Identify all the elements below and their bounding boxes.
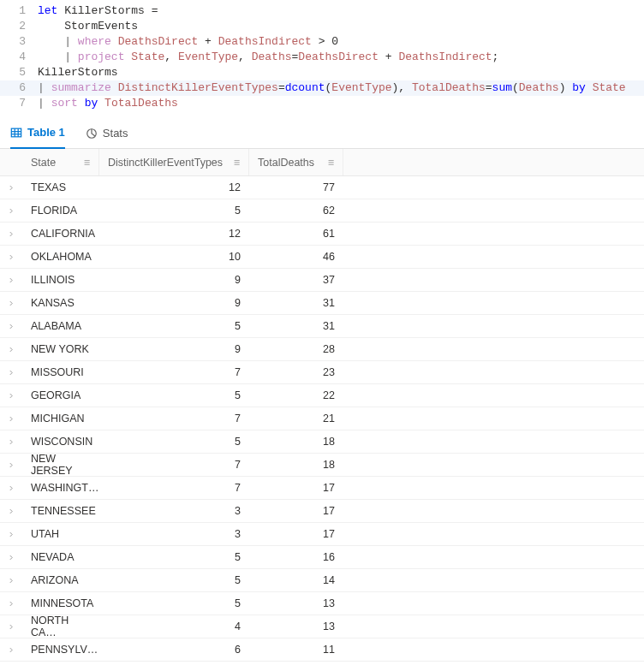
cell-state: UTAH bbox=[22, 523, 99, 545]
expand-row-icon[interactable] bbox=[0, 223, 22, 245]
expand-row-icon[interactable] bbox=[0, 315, 22, 337]
table-row[interactable]: CALIFORNIA1261 bbox=[0, 223, 644, 246]
editor-line[interactable]: 6| summarize DistinctKillerEventTypes=dc… bbox=[0, 80, 644, 96]
table-row[interactable]: KANSAS931 bbox=[0, 292, 644, 315]
cell-dket: 5 bbox=[99, 546, 249, 568]
editor-line[interactable]: 3 | where DeathsDirect + DeathsIndirect … bbox=[0, 34, 644, 50]
expand-row-icon[interactable] bbox=[0, 546, 22, 568]
tab-stats[interactable]: Stats bbox=[86, 118, 128, 149]
table-row[interactable]: WASHINGT…717 bbox=[0, 477, 644, 500]
table-row[interactable]: ALABAMA531 bbox=[0, 315, 644, 338]
cell-dket: 3 bbox=[99, 500, 249, 522]
cell-state: FLORIDA bbox=[22, 199, 99, 222]
expand-row-icon[interactable] bbox=[0, 338, 22, 360]
expand-row-icon[interactable] bbox=[0, 454, 22, 476]
cell-state: ALABAMA bbox=[22, 315, 99, 337]
expand-row-icon[interactable] bbox=[0, 361, 22, 383]
expand-row-icon[interactable] bbox=[0, 615, 22, 638]
table-row[interactable]: PENNSYLV…611 bbox=[0, 638, 644, 662]
cell-td: 18 bbox=[249, 430, 343, 453]
col-menu-icon[interactable]: ≡ bbox=[328, 157, 334, 169]
col-expand-header bbox=[0, 149, 22, 175]
cell-state: KANSAS bbox=[22, 292, 99, 314]
cell-state: MINNESOTA bbox=[22, 592, 99, 615]
col-dket-header[interactable]: DistinctKillerEventTypes ≡ bbox=[99, 149, 249, 175]
editor-line[interactable]: 2 StormEvents bbox=[0, 19, 644, 34]
line-number: 6 bbox=[0, 80, 38, 96]
code-content[interactable]: | summarize DistinctKillerEventTypes=dco… bbox=[38, 80, 644, 96]
cell-td: 9 bbox=[249, 662, 343, 665]
col-state-header[interactable]: State ≡ bbox=[22, 149, 99, 175]
code-content[interactable]: | sort by TotalDeaths bbox=[38, 96, 644, 111]
query-editor[interactable]: 1let KillerStorms = 2 StormEvents3 | whe… bbox=[0, 0, 644, 118]
expand-row-icon[interactable] bbox=[0, 430, 22, 453]
line-number: 7 bbox=[0, 96, 38, 111]
col-td-header[interactable]: TotalDeaths ≡ bbox=[249, 149, 343, 175]
table-row[interactable]: INDIANA49 bbox=[0, 662, 644, 665]
table-row[interactable]: NEW JERSEY718 bbox=[0, 454, 644, 477]
cell-dket: 5 bbox=[99, 315, 249, 337]
cell-state: NEW YORK bbox=[22, 338, 99, 360]
table-row[interactable]: UTAH317 bbox=[0, 523, 644, 546]
cell-dket: 12 bbox=[99, 223, 249, 245]
cell-state: CALIFORNIA bbox=[22, 223, 99, 245]
cell-dket: 9 bbox=[99, 269, 249, 291]
cell-state: WASHINGT… bbox=[22, 477, 99, 499]
code-content[interactable]: let KillerStorms = bbox=[38, 3, 644, 19]
editor-line[interactable]: 4 | project State, EventType, Deaths=Dea… bbox=[0, 50, 644, 65]
cell-dket: 10 bbox=[99, 246, 249, 268]
code-content[interactable]: | project State, EventType, Deaths=Death… bbox=[38, 50, 644, 65]
cell-state: TEXAS bbox=[22, 176, 99, 199]
table-row[interactable]: MINNESOTA513 bbox=[0, 592, 644, 615]
expand-row-icon[interactable] bbox=[0, 592, 22, 615]
col-menu-icon[interactable]: ≡ bbox=[234, 157, 240, 169]
expand-row-icon[interactable] bbox=[0, 292, 22, 314]
col-dket-label: DistinctKillerEventTypes bbox=[108, 157, 223, 169]
table-row[interactable]: TEXAS1277 bbox=[0, 176, 644, 199]
expand-row-icon[interactable] bbox=[0, 662, 22, 665]
expand-row-icon[interactable] bbox=[0, 523, 22, 545]
expand-row-icon[interactable] bbox=[0, 569, 22, 591]
expand-row-icon[interactable] bbox=[0, 500, 22, 522]
cell-dket: 5 bbox=[99, 384, 249, 407]
tab-table[interactable]: Table 1 bbox=[10, 118, 65, 149]
table-row[interactable]: WISCONSIN518 bbox=[0, 430, 644, 454]
table-row[interactable]: ILLINOIS937 bbox=[0, 269, 644, 292]
table-row[interactable]: OKLAHOMA1046 bbox=[0, 246, 644, 269]
editor-line[interactable]: 1let KillerStorms = bbox=[0, 3, 644, 19]
expand-row-icon[interactable] bbox=[0, 638, 22, 661]
editor-line[interactable]: 5KillerStorms bbox=[0, 65, 644, 80]
expand-row-icon[interactable] bbox=[0, 246, 22, 268]
cell-td: 61 bbox=[249, 223, 343, 245]
table-row[interactable]: MICHIGAN721 bbox=[0, 407, 644, 430]
table-row[interactable]: GEORGIA522 bbox=[0, 384, 644, 407]
cell-td: 17 bbox=[249, 477, 343, 499]
cell-state: PENNSYLV… bbox=[22, 638, 99, 661]
cell-dket: 6 bbox=[99, 638, 249, 661]
code-content[interactable]: KillerStorms bbox=[38, 65, 644, 80]
table-row[interactable]: FLORIDA562 bbox=[0, 199, 644, 223]
cell-state: INDIANA bbox=[22, 662, 99, 665]
table-row[interactable]: NORTH CA…413 bbox=[0, 615, 644, 638]
line-number: 2 bbox=[0, 19, 38, 34]
table-row[interactable]: NEW YORK928 bbox=[0, 338, 644, 361]
expand-row-icon[interactable] bbox=[0, 269, 22, 291]
cell-state: ARIZONA bbox=[22, 569, 99, 591]
expand-row-icon[interactable] bbox=[0, 199, 22, 222]
expand-row-icon[interactable] bbox=[0, 384, 22, 407]
col-menu-icon[interactable]: ≡ bbox=[84, 157, 90, 169]
table-row[interactable]: MISSOURI723 bbox=[0, 361, 644, 384]
table-row[interactable]: TENNESSEE317 bbox=[0, 500, 644, 523]
expand-row-icon[interactable] bbox=[0, 176, 22, 199]
code-content[interactable]: StormEvents bbox=[38, 19, 644, 34]
expand-row-icon[interactable] bbox=[0, 477, 22, 499]
line-number: 4 bbox=[0, 50, 38, 65]
expand-row-icon[interactable] bbox=[0, 407, 22, 430]
stats-icon bbox=[86, 128, 98, 140]
cell-dket: 4 bbox=[99, 662, 249, 665]
code-content[interactable]: | where DeathsDirect + DeathsIndirect > … bbox=[38, 34, 644, 50]
editor-line[interactable]: 7| sort by TotalDeaths bbox=[0, 96, 644, 111]
cell-state: ILLINOIS bbox=[22, 269, 99, 291]
table-row[interactable]: ARIZONA514 bbox=[0, 569, 644, 592]
table-row[interactable]: NEVADA516 bbox=[0, 546, 644, 569]
